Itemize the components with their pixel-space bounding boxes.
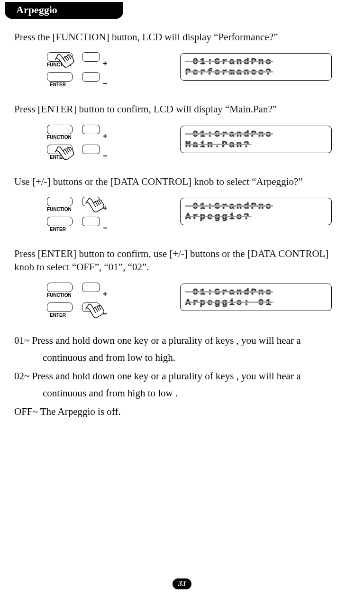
button-panel-3: FUNCTION ENTER + − (45, 196, 135, 233)
hand-icon (52, 46, 78, 72)
lcd-line: Main.Pan? (185, 139, 327, 150)
function-button[interactable] (47, 197, 73, 206)
desc-off: OFF~ The Arpeggio is off. (14, 404, 350, 420)
lcd-line: 01:GrandPno (185, 56, 327, 67)
step-row-4: FUNCTION ENTER + − 01:GrandPno Arpeggio:… (0, 279, 364, 321)
hand-icon (82, 191, 109, 217)
enter-button[interactable] (47, 72, 73, 82)
lcd-line: Arpeggio: 01 (185, 297, 327, 308)
lcd-line: Arpeggio? (185, 211, 327, 222)
instruction-3: Use [+/-] buttons or the [DATA CONTROL] … (14, 175, 350, 188)
button-panel-2: FUNCTION ENTER + − (45, 124, 135, 161)
desc-01-line2: continuous and from low to high. (43, 350, 175, 366)
enter-button[interactable] (47, 217, 73, 226)
lcd-line: Performance? (185, 67, 327, 77)
minus-button[interactable] (82, 217, 100, 226)
hand-icon (82, 296, 109, 322)
enter-button[interactable] (47, 303, 73, 312)
lcd-line: 01:GrandPno (185, 201, 327, 211)
enter-label: ENTER (50, 227, 66, 232)
function-label: FUNCTION (47, 207, 72, 212)
section-header: Arpeggio (5, 2, 123, 19)
minus-button[interactable] (82, 72, 100, 82)
plus-button[interactable] (82, 52, 100, 62)
lcd-4: 01:GrandPno Arpeggio: 01 (180, 284, 332, 311)
desc-02-line2: continuous and from high to low . (43, 385, 178, 401)
minus-button[interactable] (82, 145, 100, 154)
step-row-3: FUNCTION ENTER + − 01:GrandPno Arpeggio? (0, 193, 364, 236)
lcd-2: 01:GrandPno Main.Pan? (180, 126, 332, 153)
enter-label: ENTER (50, 313, 66, 318)
lcd-1: 01:GrandPno Performance? (180, 53, 332, 81)
minus-sign: − (103, 80, 107, 87)
desc-01-line1: 01~ Press and hold down one key or a plu… (14, 333, 350, 348)
function-button[interactable] (47, 283, 73, 292)
function-button[interactable] (47, 125, 73, 134)
plus-sign: + (103, 132, 107, 140)
plus-sign: + (103, 60, 107, 67)
plus-sign: + (103, 290, 107, 298)
desc-02-line1: 02~ Press and hold down one key or a plu… (14, 368, 350, 384)
instruction-2: Press [ENTER] button to confirm, LCD wil… (14, 102, 350, 116)
minus-sign: − (103, 152, 107, 160)
hand-icon (52, 138, 78, 165)
plus-button[interactable] (82, 125, 100, 134)
plus-button[interactable] (82, 283, 100, 292)
lcd-line: 01:GrandPno (185, 129, 327, 139)
instruction-4: Press [ENTER] button to confirm, use [+/… (14, 247, 350, 274)
lcd-3: 01:GrandPno Arpeggio? (180, 198, 332, 225)
instruction-1: Press the [FUNCTION] button, LCD will di… (14, 30, 350, 44)
page-number: 33 (173, 578, 191, 589)
step-row-1: FUNCTION ENTER + − 01:GrandPno Performan… (0, 48, 364, 91)
function-label: FUNCTION (47, 293, 72, 298)
step-row-2: FUNCTION ENTER + − 01:GrandPno Main.Pan? (0, 121, 364, 164)
button-panel-1: FUNCTION ENTER + − (45, 51, 135, 88)
lcd-line: 01:GrandPno (185, 287, 327, 297)
button-panel-4: FUNCTION ENTER + − (45, 282, 135, 319)
minus-sign: − (103, 224, 107, 232)
enter-label: ENTER (50, 83, 66, 87)
